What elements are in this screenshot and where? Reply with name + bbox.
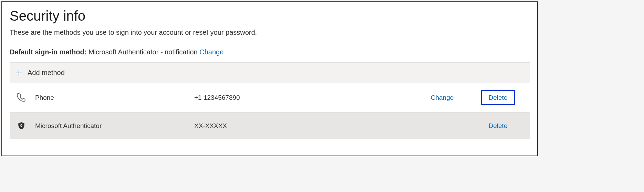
default-signin-row: Default sign-in method: Microsoft Authen… <box>10 48 530 56</box>
add-method-label: Add method <box>28 69 65 77</box>
delete-phone-button[interactable]: Delete <box>481 90 516 105</box>
method-value: +1 1234567890 <box>194 94 411 102</box>
method-value: XX-XXXXX <box>194 122 411 130</box>
change-phone-link[interactable]: Change <box>424 91 461 104</box>
method-row-phone: Phone +1 1234567890 Change Delete <box>10 83 530 113</box>
phone-icon <box>15 92 28 104</box>
change-default-link[interactable]: Change <box>199 48 224 56</box>
methods-list: Add method Phone +1 1234567890 Change De… <box>10 62 530 139</box>
authenticator-icon <box>15 120 28 132</box>
page-subtitle: These are the methods you use to sign in… <box>10 29 530 36</box>
method-row-authenticator: Microsoft Authenticator XX-XXXXX Delete <box>10 113 530 139</box>
default-signin-label: Default sign-in method: <box>10 48 86 56</box>
default-signin-value: Microsoft Authenticator - notification <box>89 48 198 56</box>
security-info-panel: Security info These are the methods you … <box>1 1 538 156</box>
method-name: Phone <box>35 94 187 102</box>
delete-authenticator-button[interactable]: Delete <box>482 119 515 132</box>
page-title: Security info <box>10 8 530 24</box>
method-name: Microsoft Authenticator <box>35 122 187 130</box>
plus-icon <box>15 69 23 77</box>
svg-rect-2 <box>21 126 22 127</box>
add-method-button[interactable]: Add method <box>10 63 530 83</box>
